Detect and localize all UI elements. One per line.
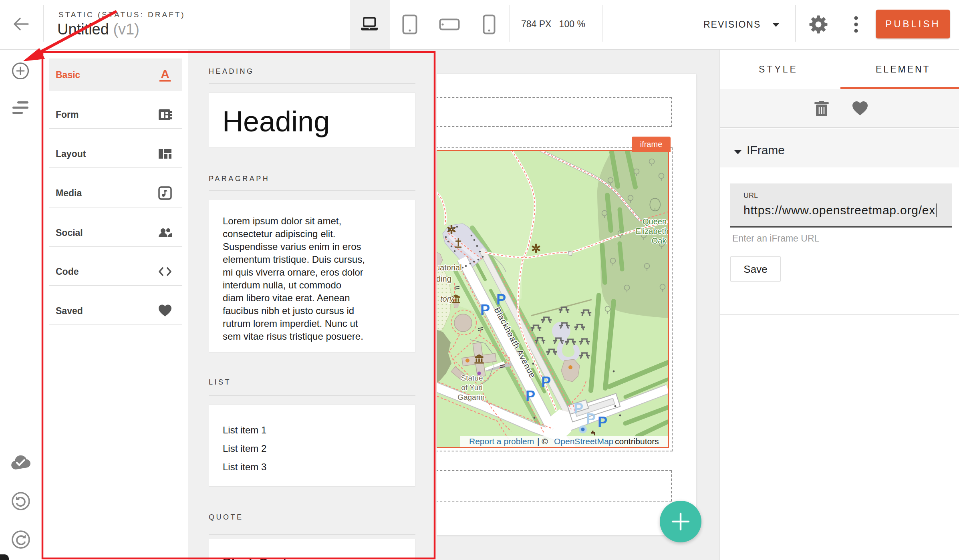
svg-text:| ©: | © (537, 437, 548, 446)
svg-text:Elizabeth: Elizabeth (636, 227, 668, 236)
svg-text:uatorial: uatorial (437, 263, 462, 272)
svg-text:of Yuri: of Yuri (461, 383, 483, 392)
svg-text:Statue: Statue (461, 374, 483, 382)
svg-text:P: P (541, 374, 551, 390)
svg-text:P: P (598, 414, 607, 430)
svg-text:contributors: contributors (615, 437, 659, 446)
svg-text:ding: ding (437, 274, 451, 283)
svg-text:P: P (574, 400, 583, 417)
svg-text:P: P (496, 291, 506, 308)
svg-text:Oak: Oak (652, 236, 667, 245)
svg-text:tory: tory (440, 294, 454, 303)
svg-text:A: A (161, 68, 169, 81)
svg-text:P: P (586, 411, 596, 427)
svg-text:OpenStreetMap: OpenStreetMap (554, 437, 613, 446)
svg-text:Report a problem: Report a problem (469, 437, 534, 446)
svg-text:P: P (526, 388, 535, 404)
svg-text:Gagarin: Gagarin (457, 393, 485, 401)
svg-text:P: P (480, 302, 490, 318)
svg-text:Queen: Queen (643, 217, 667, 226)
